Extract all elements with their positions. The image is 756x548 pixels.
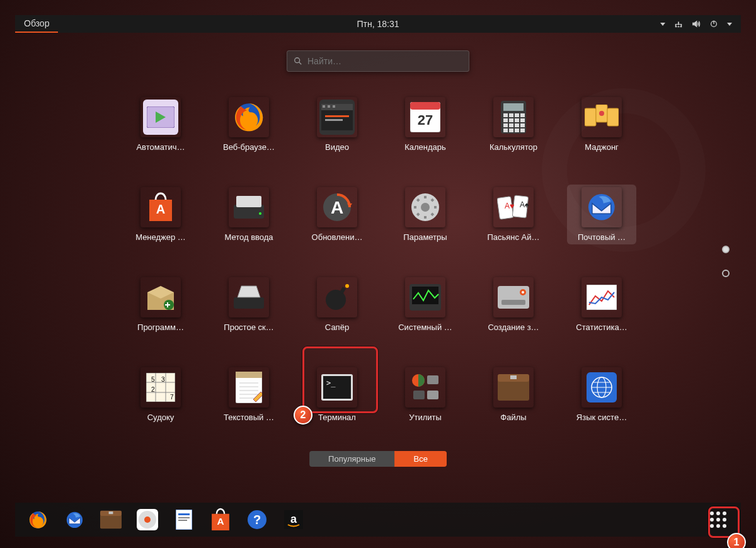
app-utilities[interactable]: Утилиты [391, 365, 460, 425]
app-video[interactable]: Видео [302, 94, 372, 154]
dock: A?a [15, 503, 741, 537]
app-solitaire[interactable]: A♥A♠ Пасьянс Ай… [479, 185, 548, 244]
applications-grid: Автоматич… Веб-браузе… Видео 27 Календар… [126, 94, 630, 425]
app-label: Создание з… [479, 323, 548, 332]
updates-icon: A [317, 187, 357, 227]
scan-icon [229, 277, 269, 317]
tab-frequent[interactable]: Популярные [309, 451, 394, 467]
video-icon [317, 97, 357, 137]
svg-rect-30 [503, 128, 508, 132]
dock-help[interactable]: ? [246, 508, 268, 531]
input-indicator-icon[interactable] [660, 23, 665, 26]
top-bar: Обзор Птн, 18:31 [15, 15, 741, 33]
svg-point-69 [522, 291, 524, 294]
svg-text:>_: >_ [326, 379, 336, 387]
app-sudoku[interactable]: 5327 Судоку [126, 365, 195, 425]
backup-icon [493, 277, 534, 317]
svg-rect-18 [503, 113, 508, 117]
calc-icon [493, 97, 534, 137]
workspace-indicator[interactable] [722, 246, 730, 277]
app-label: Терминал [302, 413, 372, 422]
svg-rect-25 [520, 118, 525, 122]
svg-rect-93 [413, 391, 425, 399]
dock-firefox[interactable] [26, 508, 49, 531]
svg-text:A: A [217, 516, 224, 527]
workspace-dot-2[interactable] [722, 270, 730, 277]
app-mail[interactable]: Почтовый … [567, 185, 636, 244]
app-auto[interactable]: Автоматич… [126, 94, 195, 154]
svg-rect-8 [323, 105, 325, 108]
app-lang[interactable]: Язык систе… [567, 365, 636, 425]
network-icon[interactable] [674, 20, 683, 28]
app-files[interactable]: Файлы [479, 365, 548, 425]
app-sysmon[interactable]: Системный … [391, 275, 460, 334]
svg-rect-7 [321, 104, 353, 110]
app-mahjong[interactable]: Маджонг [567, 94, 636, 154]
lang-icon [581, 367, 622, 408]
clock[interactable]: Птн, 18:31 [357, 19, 399, 29]
app-software[interactable]: A Менеджер … [126, 185, 195, 244]
app-firefox[interactable]: Веб-браузе… [214, 94, 284, 154]
gedit-icon [229, 367, 269, 408]
svg-rect-1 [713, 21, 714, 24]
svg-rect-34 [585, 108, 596, 126]
svg-text:?: ? [253, 513, 261, 527]
dock-amazon[interactable]: a [282, 508, 305, 531]
activities-label: Обзор [24, 18, 49, 28]
svg-line-3 [299, 62, 302, 65]
app-label: Параметры [391, 232, 460, 242]
app-calendar[interactable]: 27 Календарь [391, 94, 460, 154]
app-label: Видео [302, 142, 372, 152]
mail-icon [581, 187, 622, 227]
search-icon [294, 57, 302, 66]
svg-rect-110 [178, 513, 190, 515]
svg-rect-92 [427, 375, 438, 384]
dock-software[interactable]: A [209, 508, 232, 531]
app-input[interactable]: Метод ввода [214, 185, 284, 244]
svg-rect-23 [509, 118, 513, 122]
app-label: Простое ск… [214, 323, 284, 332]
app-gedit[interactable]: Текстовый … [214, 365, 284, 425]
app-stats[interactable]: Статистика… [567, 275, 636, 334]
app-mines[interactable]: Сапёр [302, 275, 372, 334]
system-tray[interactable] [660, 20, 741, 28]
show-applications-button[interactable] [707, 508, 730, 531]
power-icon[interactable] [709, 20, 718, 28]
app-label: Менеджер … [126, 232, 195, 242]
dock-writer[interactable] [173, 508, 195, 531]
dock-rhythmbox[interactable] [136, 508, 159, 531]
search-bar[interactable] [287, 50, 469, 72]
app-updates[interactable]: A Обновлени… [302, 185, 372, 244]
svg-rect-19 [509, 113, 513, 117]
files-icon [493, 367, 534, 408]
calendar-icon: 27 [405, 97, 445, 137]
workspace-dot-1[interactable] [722, 246, 730, 253]
app-calc[interactable]: Калькулятор [479, 94, 548, 154]
app-settings[interactable]: Параметры [391, 185, 460, 244]
app-packages[interactable]: Программ… [126, 275, 195, 334]
mahjong-icon [581, 97, 622, 137]
app-label: Веб-браузе… [214, 142, 284, 152]
svg-rect-29 [520, 123, 525, 127]
tab-all[interactable]: Все [395, 451, 447, 467]
chevron-down-icon[interactable] [727, 23, 732, 26]
search-input[interactable] [307, 56, 462, 66]
svg-rect-51 [414, 206, 416, 208]
svg-text:2: 2 [151, 386, 155, 393]
app-terminal[interactable]: >_ Терминал [302, 365, 372, 425]
svg-rect-24 [515, 118, 519, 122]
svg-rect-26 [503, 123, 508, 127]
app-scan[interactable]: Простое ск… [214, 275, 284, 334]
dock-thunderbird[interactable] [63, 508, 86, 531]
svg-rect-112 [178, 520, 187, 521]
dock-files[interactable] [100, 508, 122, 531]
activities-button[interactable]: Обзор [15, 15, 58, 33]
volume-icon[interactable] [692, 20, 701, 28]
app-backup[interactable]: Создание з… [479, 275, 548, 334]
stats-icon [581, 277, 622, 317]
app-label: Метод ввода [214, 232, 284, 242]
svg-rect-111 [178, 517, 190, 518]
firefox-icon [229, 97, 269, 137]
svg-rect-9 [328, 105, 330, 108]
app-label: Календарь [391, 142, 460, 152]
